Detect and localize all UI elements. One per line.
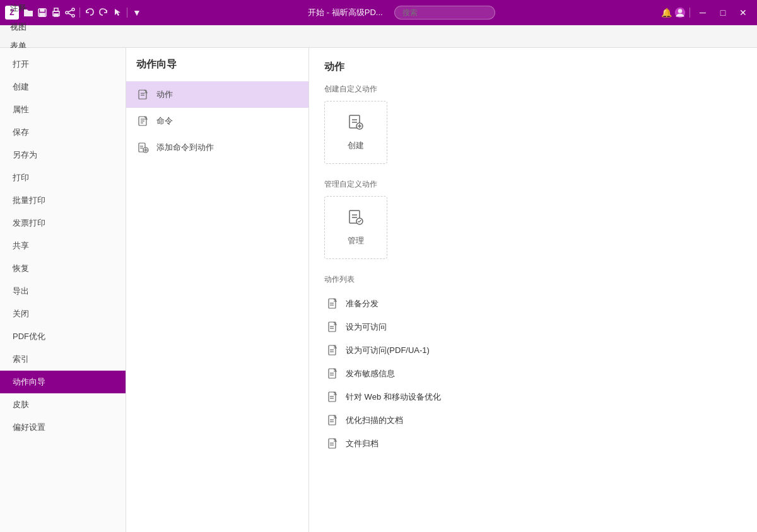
sidebar-item-PDF优化[interactable]: PDF优化 — [0, 325, 126, 348]
minimize-button[interactable]: ─ — [694, 4, 712, 21]
action-list-item-2[interactable]: 设为可访问(PDF/UA-1) — [324, 339, 742, 362]
action-item-label-0: 准备分发 — [346, 298, 378, 309]
sidebar-item-恢复[interactable]: 恢复 — [0, 257, 126, 280]
create-action-card[interactable]: 创建 — [324, 101, 387, 164]
window-controls: 🔔 ─ □ ✕ — [660, 4, 752, 21]
action-list-item-1[interactable]: 设为可访问 — [324, 316, 742, 339]
open-folder-icon[interactable] — [23, 7, 34, 18]
action-item-label-2: 设为可访问(PDF/UA-1) — [346, 345, 430, 356]
right-panel-title: 动作 — [324, 61, 742, 74]
action-item-label-3: 发布敏感信息 — [346, 368, 395, 379]
middle-nav-动作[interactable]: 动作 — [126, 81, 308, 108]
title-bar: Z ▼ 开始 - 福昕高级PD... 🔔 — [0, 0, 757, 25]
svg-point-7 — [66, 11, 68, 14]
search-input[interactable] — [394, 6, 495, 20]
action-list-item-6[interactable]: 文件归档 — [324, 432, 742, 456]
sidebar-item-发票打印[interactable]: 发票打印 — [0, 212, 126, 234]
sidebar-item-偏好设置[interactable]: 偏好设置 — [0, 416, 126, 439]
share-icon[interactable] — [64, 7, 76, 18]
manage-card-icon — [347, 209, 365, 230]
sidebar-item-共享[interactable]: 共享 — [0, 234, 126, 257]
sidebar-item-属性[interactable]: 属性 — [0, 98, 126, 121]
middle-nav-命令[interactable]: 命令 — [126, 108, 308, 134]
svg-rect-1 — [40, 9, 44, 11]
action-list-item-5[interactable]: 优化扫描的文档 — [324, 409, 742, 432]
create-section-label: 创建自定义动作 — [324, 84, 742, 95]
manage-card-label: 管理 — [348, 235, 364, 246]
action-item-label-5: 优化扫描的文档 — [346, 415, 403, 426]
svg-rect-5 — [54, 14, 58, 16]
sidebar-items: 打开创建属性保存另存为打印批量打印发票打印共享恢复导出关闭PDF优化索引动作向导… — [0, 53, 126, 439]
sidebar-item-皮肤[interactable]: 皮肤 — [0, 393, 126, 416]
nav-icon-2 — [136, 141, 150, 154]
dropdown-icon[interactable]: ▼ — [131, 7, 143, 18]
middle-nav: 动作命令添加命令到动作 — [126, 81, 308, 161]
action-list-title: 动作列表 — [324, 274, 742, 285]
pointer-icon[interactable] — [112, 7, 123, 18]
app-title: 开始 - 福昕高级PD... — [146, 6, 657, 20]
sidebar-item-索引[interactable]: 索引 — [0, 348, 126, 371]
svg-point-12 — [678, 9, 683, 13]
bell-icon[interactable]: 🔔 — [660, 7, 672, 18]
sidebar-item-保存[interactable]: 保存 — [0, 121, 126, 144]
action-item-icon-1 — [327, 321, 339, 333]
create-card-icon — [347, 113, 365, 135]
sidebar-item-打印[interactable]: 打印 — [0, 166, 126, 189]
save-icon[interactable] — [37, 7, 48, 18]
nav-icon-0 — [136, 88, 150, 101]
action-item-icon-5 — [327, 414, 339, 427]
nav-label-1: 命令 — [156, 115, 173, 127]
action-item-icon-6 — [327, 437, 339, 450]
svg-point-6 — [72, 8, 74, 11]
create-cards: 创建 — [324, 101, 742, 164]
toolbar-icons: ▼ — [23, 7, 143, 18]
action-list-item-4[interactable]: 针对 Web 和移动设备优化 — [324, 386, 742, 409]
sidebar-item-导出[interactable]: 导出 — [0, 280, 126, 303]
sidebar-item-另存为[interactable]: 另存为 — [0, 144, 126, 166]
sidebar-item-动作向导[interactable]: 动作向导 — [0, 371, 126, 393]
action-item-icon-4 — [327, 391, 339, 403]
create-card-label: 创建 — [348, 140, 364, 151]
main-container: 打开创建属性保存另存为打印批量打印发票打印共享恢复导出关闭PDF优化索引动作向导… — [0, 48, 757, 532]
manage-section-label: 管理自定义动作 — [324, 179, 742, 190]
menu-item-视图[interactable]: 视图 — [3, 18, 50, 37]
action-item-icon-0 — [327, 298, 339, 310]
sidebar-item-批量打印[interactable]: 批量打印 — [0, 189, 126, 212]
action-list: 准备分发设为可访问设为可访问(PDF/UA-1)发布敏感信息针对 Web 和移动… — [324, 292, 742, 456]
left-sidebar: 打开创建属性保存另存为打印批量打印发票打印共享恢复导出关闭PDF优化索引动作向导… — [0, 48, 126, 532]
right-panel: 动作 创建自定义动作 创建 管理自定义动作 — [309, 48, 757, 532]
action-item-label-4: 针对 Web 和移动设备优化 — [346, 391, 441, 403]
svg-rect-4 — [54, 8, 58, 11]
redo-icon[interactable] — [98, 7, 109, 18]
action-item-label-1: 设为可访问 — [346, 321, 387, 333]
sidebar-item-打开[interactable]: 打开 — [0, 53, 126, 76]
action-item-label-6: 文件归档 — [346, 438, 378, 449]
nav-icon-1 — [136, 114, 150, 128]
sidebar-item-创建[interactable]: 创建 — [0, 76, 126, 98]
close-button[interactable]: ✕ — [734, 4, 752, 21]
sidebar-item-关闭[interactable]: 关闭 — [0, 303, 126, 325]
action-item-icon-3 — [327, 367, 339, 380]
user-avatar[interactable] — [674, 7, 686, 18]
action-item-icon-2 — [327, 344, 339, 357]
print-icon[interactable] — [50, 7, 62, 18]
menu-bar: 文件主页转换编辑页面管理注释视图表单保护电子签章共享辅助工具帮助论文工具 — [0, 25, 757, 48]
middle-nav-添加命令到动作[interactable]: 添加命令到动作 — [126, 134, 308, 161]
nav-label-0: 动作 — [156, 89, 173, 100]
nav-label-2: 添加命令到动作 — [156, 142, 214, 153]
svg-line-10 — [68, 13, 72, 15]
svg-line-9 — [68, 10, 72, 12]
svg-rect-2 — [40, 13, 45, 16]
svg-point-8 — [72, 14, 74, 17]
action-list-item-0[interactable]: 准备分发 — [324, 292, 742, 316]
action-list-item-3[interactable]: 发布敏感信息 — [324, 362, 742, 386]
undo-icon[interactable] — [84, 7, 95, 18]
manage-action-card[interactable]: 管理 — [324, 196, 387, 259]
manage-cards: 管理 — [324, 196, 742, 259]
middle-panel: 动作向导 动作命令添加命令到动作 — [126, 48, 309, 532]
maximize-button[interactable]: □ — [714, 4, 732, 21]
middle-panel-title: 动作向导 — [126, 58, 308, 81]
